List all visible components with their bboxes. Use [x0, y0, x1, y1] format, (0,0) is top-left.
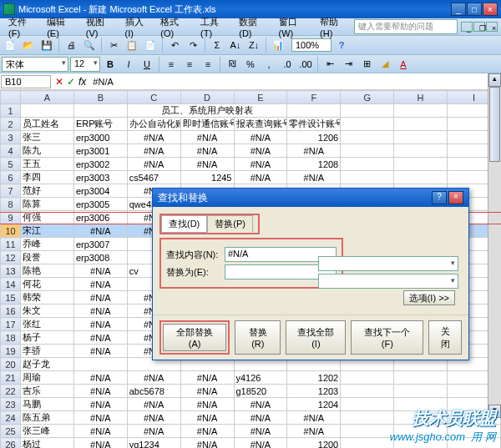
cell[interactable]: #N/A [180, 385, 234, 398]
row-header[interactable]: 17 [1, 318, 21, 331]
cell[interactable]: #N/A [180, 158, 234, 171]
indent-inc-icon[interactable]: ⇥ [340, 56, 357, 73]
cell[interactable]: #N/A [287, 425, 341, 438]
close-dialog-button[interactable]: 关闭 [428, 320, 462, 355]
find-dropdown[interactable] [318, 256, 458, 271]
cell[interactable]: 陈九 [21, 144, 74, 158]
cell[interactable]: #N/A [73, 224, 127, 238]
name-box[interactable]: B10 [1, 75, 51, 88]
paste-icon[interactable]: 📄 [142, 37, 159, 53]
cell[interactable]: #N/A [73, 371, 127, 385]
cell[interactable]: erp3008 [73, 251, 127, 264]
cell[interactable]: #N/A [73, 331, 127, 345]
row-header[interactable]: 6 [1, 171, 21, 184]
fx-icon[interactable]: fx [78, 76, 86, 88]
row-header[interactable]: 15 [1, 291, 21, 305]
row-header[interactable]: 19 [1, 345, 21, 358]
cell[interactable]: 1203 [287, 385, 341, 398]
cell[interactable]: #N/A [127, 144, 180, 158]
cell[interactable]: 1206 [287, 131, 341, 144]
cell[interactable]: #N/A [234, 171, 287, 184]
align-right-icon[interactable]: ≡ [200, 56, 216, 73]
cell[interactable]: erp3007 [73, 238, 127, 251]
row-header[interactable]: 2 [1, 118, 21, 131]
cell[interactable]: #N/A [287, 171, 341, 184]
cell[interactable]: 张三 [21, 131, 74, 144]
row-header[interactable]: 16 [1, 305, 21, 318]
menu-tools[interactable]: 工具(T) [195, 14, 234, 40]
help-icon[interactable]: ? [333, 37, 350, 53]
menu-view[interactable]: 视图(V) [81, 14, 120, 40]
cell[interactable]: #N/A [73, 385, 127, 398]
cell[interactable]: 宋江 [21, 224, 74, 238]
confirm-edit-icon[interactable]: ✓ [67, 76, 75, 88]
row-header[interactable]: 1 [1, 104, 21, 118]
cell[interactable]: #N/A [287, 144, 341, 158]
cell[interactable]: erp3004 [73, 184, 127, 198]
tab-replace[interactable]: 替换(P) [207, 215, 253, 233]
cell[interactable]: #N/A [127, 371, 180, 385]
align-left-icon[interactable]: ≡ [163, 56, 180, 73]
cell[interactable]: #N/A [234, 131, 287, 144]
cell[interactable]: #N/A [180, 438, 234, 449]
comma-icon[interactable]: , [261, 56, 277, 73]
cell[interactable]: 张三峰 [21, 425, 74, 438]
preview-icon[interactable]: 🔍 [81, 37, 98, 53]
align-center-icon[interactable]: ≡ [181, 56, 198, 73]
cell[interactable]: 乔峰 [21, 238, 74, 251]
cell[interactable]: 赵子龙 [21, 358, 74, 371]
sort-asc-icon[interactable]: A↓ [227, 37, 244, 53]
cell[interactable]: #N/A [127, 425, 180, 438]
cell[interactable]: 周瑜 [21, 371, 74, 385]
row-header[interactable]: 4 [1, 144, 21, 158]
cell[interactable]: #N/A [234, 438, 287, 449]
open-icon[interactable]: 📂 [20, 37, 37, 53]
mdi-minimize[interactable]: _ [461, 22, 473, 32]
col-header[interactable]: H [394, 91, 448, 104]
inc-decimal-icon[interactable]: .0 [279, 56, 296, 73]
currency-icon[interactable]: ₪ [224, 56, 240, 73]
row-header[interactable]: 26 [1, 438, 21, 449]
cell[interactable]: #N/A [234, 144, 287, 158]
cell[interactable]: #N/A [127, 411, 180, 425]
menu-edit[interactable]: 编辑(E) [42, 14, 81, 40]
cell[interactable]: #N/A [127, 158, 180, 171]
cell[interactable]: 杨子 [21, 331, 74, 345]
cell[interactable]: #N/A [287, 411, 341, 425]
cell[interactable]: 员工姓名 [21, 118, 74, 131]
cell[interactable]: #N/A [234, 158, 287, 171]
cell[interactable]: 报表查询账号 [234, 118, 287, 131]
percent-icon[interactable]: % [242, 56, 259, 73]
row-header[interactable]: 10 [1, 224, 21, 238]
zoom-combo[interactable]: 100% [291, 38, 331, 52]
underline-icon[interactable]: U [139, 56, 155, 73]
cell[interactable]: cs5467 [127, 171, 180, 184]
cell[interactable]: 办公自动化账号 [127, 118, 180, 131]
row-header[interactable]: 24 [1, 411, 21, 425]
cell[interactable]: 1202 [287, 371, 341, 385]
menu-data[interactable]: 数据(D) [234, 14, 273, 40]
font-color-icon[interactable]: A [395, 56, 412, 73]
close-button[interactable]: × [483, 3, 498, 16]
cell[interactable]: 李四 [21, 171, 74, 184]
formula-bar[interactable]: #N/A [89, 76, 501, 88]
cell[interactable]: 李骄 [21, 345, 74, 358]
sort-desc-icon[interactable]: Z↓ [245, 37, 262, 53]
row-header[interactable]: 11 [1, 238, 21, 251]
cell[interactable]: ERP账号 [73, 118, 127, 131]
bold-icon[interactable]: B [102, 56, 119, 73]
cell[interactable]: 段誉 [21, 251, 74, 264]
cell[interactable] [73, 358, 127, 371]
indent-dec-icon[interactable]: ⇤ [321, 56, 338, 73]
col-header[interactable]: C [127, 91, 180, 104]
cell[interactable]: erp3001 [73, 144, 127, 158]
col-header[interactable]: E [234, 91, 287, 104]
menu-file[interactable]: 文件(F) [3, 14, 42, 40]
row-header[interactable]: 8 [1, 198, 21, 211]
cell[interactable]: 韩荣 [21, 291, 74, 305]
cell[interactable]: #N/A [234, 411, 287, 425]
save-icon[interactable]: 💾 [38, 37, 55, 53]
cell[interactable]: #N/A [73, 291, 127, 305]
cell[interactable]: #N/A [127, 131, 180, 144]
cell[interactable]: y4126 [234, 371, 287, 385]
